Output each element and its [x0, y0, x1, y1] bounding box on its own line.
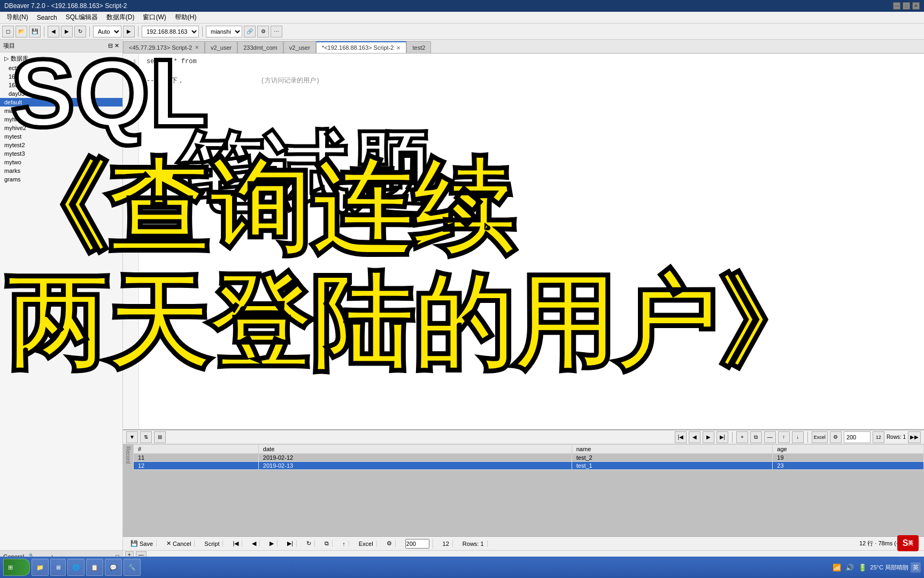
- tab-script-active[interactable]: *<192.168.88.163> Script-2 ✕: [316, 41, 407, 53]
- taskbar-app-4[interactable]: 💬: [105, 559, 122, 576]
- results-import[interactable]: ↓: [792, 431, 804, 443]
- results-filter[interactable]: ▼: [126, 431, 138, 443]
- sidebar-close-icon[interactable]: ✕: [114, 42, 119, 49]
- start-button[interactable]: ⊞: [3, 559, 30, 576]
- toolbar-back[interactable]: ◀: [48, 26, 59, 37]
- script-status: Script: [201, 541, 223, 547]
- script-label[interactable]: Script: [204, 541, 219, 547]
- col-header-date[interactable]: date: [258, 445, 572, 454]
- nav-prev[interactable]: ◀: [249, 540, 260, 547]
- results-group[interactable]: ⊞: [154, 431, 166, 443]
- toolbar-new[interactable]: ◻: [2, 26, 14, 37]
- results-end-scroll[interactable]: ▶▶: [908, 431, 921, 443]
- col-header-age[interactable]: age: [773, 445, 924, 454]
- toolbar-forward[interactable]: ▶: [61, 26, 73, 37]
- save-label[interactable]: Save: [140, 541, 153, 547]
- tree-item-168-1[interactable]: 168.8: [0, 72, 122, 81]
- tree-item-mytest2[interactable]: mytest2: [0, 141, 122, 149]
- menu-window[interactable]: 窗口(W): [138, 12, 170, 23]
- page-size-input[interactable]: [844, 431, 871, 443]
- tree-item-168-2[interactable]: 168.8: [0, 81, 122, 89]
- table-row[interactable]: 11 2019-02-12 test_2 19: [134, 454, 924, 462]
- toolbar-open[interactable]: 📂: [16, 26, 27, 37]
- menu-sql-editor[interactable]: SQL编辑器: [61, 12, 102, 23]
- toolbar-save[interactable]: 💾: [29, 26, 41, 37]
- results-toolbar: ▼ ⇅ ⊞ |◀ ◀ ▶ ▶| + ⧉ — ↑ ↓ Excel ⚙ 12 Row…: [123, 430, 924, 444]
- menu-search[interactable]: Search: [33, 13, 61, 22]
- menu-nav[interactable]: 导航(N): [2, 12, 33, 23]
- toolbar-settings[interactable]: ⚙: [257, 26, 269, 37]
- results-add-row[interactable]: +: [736, 431, 748, 443]
- record-label: Record: [123, 444, 133, 536]
- table-row[interactable]: 12 2019-02-13 test_1 23: [134, 462, 924, 470]
- taskbar-app-5[interactable]: 🔧: [124, 559, 141, 576]
- nav-export2[interactable]: ↑: [339, 541, 349, 547]
- toolbar-refresh[interactable]: ↻: [74, 26, 86, 37]
- window-controls: — □ ✕: [893, 2, 920, 10]
- taskbar-app-2[interactable]: 🌐: [67, 559, 84, 576]
- tree-item-marks[interactable]: marks: [0, 166, 122, 175]
- toolbar-connect[interactable]: 🔗: [244, 26, 256, 37]
- results-first[interactable]: |◀: [675, 431, 687, 443]
- cell-age: 19: [773, 454, 924, 462]
- toolbar-more[interactable]: ⋯: [271, 26, 282, 37]
- taskbar-explorer[interactable]: 📁: [32, 559, 49, 576]
- menu-database[interactable]: 数据库(D): [102, 12, 139, 23]
- tree-item-databases[interactable]: ▷数据库: [0, 54, 122, 64]
- tree-item-connections[interactable]: ections: [0, 64, 122, 72]
- results-excel[interactable]: Excel: [812, 431, 828, 443]
- excel-label[interactable]: Excel: [356, 541, 377, 547]
- nav-last[interactable]: ▶|: [284, 540, 297, 547]
- tree-item-myhive[interactable]: myhive: [0, 115, 122, 124]
- sidebar-collapse-icon[interactable]: ⊟: [108, 42, 113, 49]
- results-prev[interactable]: ◀: [689, 431, 700, 443]
- tree-item-grams[interactable]: grams: [0, 175, 122, 184]
- taskbar-app-3[interactable]: 📋: [86, 559, 103, 576]
- tab-script-remote[interactable]: <45.77.29.173> Script-2 ✕: [123, 41, 205, 53]
- execution-mode-select[interactable]: Auto: [93, 26, 121, 37]
- app3-icon: 📋: [91, 564, 98, 571]
- tree-item-mytwo[interactable]: mytwo: [0, 158, 122, 166]
- tree-item-mytest[interactable]: mytest: [0, 132, 122, 141]
- sql-editor[interactable]: 12345 select * from -- 志如下， (方访问记录的用户): [123, 54, 924, 429]
- cancel-label[interactable]: Cancel: [173, 541, 191, 547]
- tray-ime[interactable]: 英: [911, 562, 921, 573]
- nav-first[interactable]: |◀: [229, 540, 242, 547]
- nav-next[interactable]: ▶: [266, 540, 278, 547]
- results-sort[interactable]: ⇅: [140, 431, 152, 443]
- taskbar-app-1[interactable]: 🖥: [50, 559, 66, 576]
- tab-233dmt[interactable]: 233dmt_com: [237, 41, 283, 53]
- tree-item-mytest3[interactable]: mytest3: [0, 149, 122, 158]
- maximize-button[interactable]: □: [903, 2, 910, 10]
- col-header-name[interactable]: name: [572, 445, 773, 454]
- tab-close-icon[interactable]: ✕: [396, 45, 401, 51]
- results-last[interactable]: ▶|: [717, 431, 728, 443]
- tray-time: 25°C 局部晴朗: [870, 564, 908, 572]
- tab-v2user-1[interactable]: v2_user: [205, 41, 237, 53]
- explorer-icon: 📁: [36, 564, 44, 571]
- results-settings[interactable]: ⚙: [830, 431, 842, 443]
- tree-item-mianshi[interactable]: mianshi: [0, 107, 122, 115]
- tree-item-day03[interactable]: day03: [0, 89, 122, 98]
- results-copy-row[interactable]: ⧉: [750, 431, 762, 443]
- settings-icon-2[interactable]: ⚙: [383, 540, 396, 547]
- connection-select[interactable]: 192.168.88.163: [142, 26, 199, 37]
- tree-item-myhive2[interactable]: myhive2: [0, 124, 122, 132]
- results-next[interactable]: ▶: [703, 431, 714, 443]
- toolbar-run[interactable]: ▶: [123, 26, 135, 37]
- results-export[interactable]: ↑: [778, 431, 790, 443]
- nav-copy[interactable]: ⧉: [321, 540, 333, 547]
- close-button[interactable]: ✕: [912, 2, 920, 10]
- row-count-badge: 12: [440, 541, 453, 547]
- nav-reload[interactable]: ↻: [303, 540, 315, 547]
- tab-close-icon[interactable]: ✕: [195, 44, 199, 50]
- user-select[interactable]: mianshi: [206, 26, 242, 37]
- menu-help[interactable]: 帮助(H): [171, 12, 201, 23]
- tab-test2[interactable]: test2: [406, 41, 431, 53]
- tray-volume: 🔊: [844, 562, 855, 573]
- tab-v2user-2[interactable]: v2_user: [283, 41, 316, 53]
- zoom-input[interactable]: [405, 539, 429, 549]
- minimize-button[interactable]: —: [893, 2, 900, 10]
- tree-item-default[interactable]: default: [0, 98, 122, 107]
- results-delete-row[interactable]: —: [764, 431, 776, 443]
